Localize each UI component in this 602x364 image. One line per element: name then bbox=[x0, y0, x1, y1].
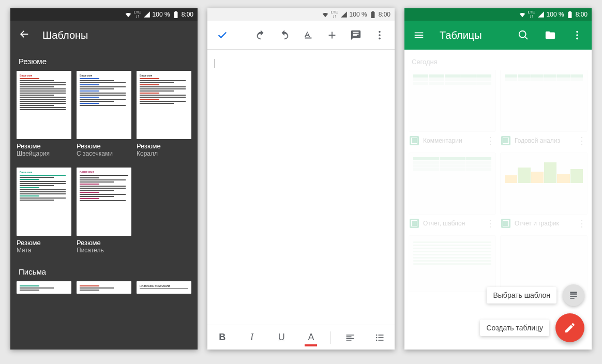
editor-toolbar-bottom: B I U A bbox=[207, 325, 395, 350]
template-subtitle: Коралл bbox=[137, 150, 191, 157]
fab-label-template: Выбрать шаблон bbox=[487, 287, 556, 304]
template-item[interactable]: Ваше имя Резюме Коралл bbox=[137, 71, 191, 157]
svg-point-6 bbox=[379, 37, 381, 39]
appbar: Шаблоны bbox=[10, 21, 198, 50]
underline-button[interactable]: U bbox=[271, 327, 292, 348]
battery-icon bbox=[566, 11, 574, 18]
wifi-icon bbox=[519, 11, 526, 18]
template-thumb: НАЗВАНИЕ КОМПАНИИ bbox=[137, 281, 191, 294]
text-format-icon[interactable] bbox=[296, 23, 320, 47]
create-fab[interactable] bbox=[555, 313, 584, 342]
battery-label: 100 % bbox=[547, 11, 564, 18]
template-icon[interactable] bbox=[563, 284, 584, 306]
svg-point-9 bbox=[376, 339, 378, 341]
template-thumb bbox=[77, 281, 131, 294]
template-subtitle: С засечками bbox=[77, 150, 131, 157]
section-resume-title: Резюме bbox=[19, 57, 189, 66]
svg-point-17 bbox=[576, 38, 578, 40]
templates-content: Резюме Ваше имя Резюме Швейцария Ваше им… bbox=[10, 50, 198, 298]
battery-label: 100 % bbox=[153, 11, 170, 18]
template-subtitle: Швейцария bbox=[17, 150, 71, 157]
signal-icon bbox=[537, 11, 545, 18]
svg-point-8 bbox=[376, 337, 378, 338]
appbar-title: Таблицы bbox=[440, 29, 507, 41]
battery-icon bbox=[369, 11, 377, 18]
status-bar: LTE↓↑ 100 % 8:00 bbox=[10, 8, 198, 21]
editor-toolbar-top bbox=[207, 21, 395, 50]
appbar-title: Шаблоны bbox=[42, 29, 88, 41]
list-button[interactable] bbox=[369, 327, 390, 348]
template-title: Резюме bbox=[77, 142, 131, 150]
more-vert-icon[interactable] bbox=[567, 25, 588, 46]
template-item[interactable] bbox=[17, 281, 71, 294]
plus-icon[interactable] bbox=[320, 23, 344, 47]
template-row: Ваше имя Резюме Швейцария Ваше имя Резюм… bbox=[17, 71, 191, 157]
back-icon[interactable] bbox=[19, 28, 30, 42]
signal-icon bbox=[340, 11, 348, 18]
template-title: Резюме bbox=[137, 142, 191, 150]
signal-icon bbox=[143, 11, 151, 18]
svg-rect-14 bbox=[569, 11, 571, 12]
template-thumb: Ваше имя bbox=[137, 71, 191, 139]
search-icon[interactable] bbox=[513, 25, 534, 46]
clock-label: 8:00 bbox=[379, 11, 390, 18]
template-item[interactable]: Ваше имя Резюме С засечками bbox=[77, 71, 131, 157]
appbar: Таблицы bbox=[404, 21, 592, 50]
svg-rect-10 bbox=[379, 335, 384, 336]
svg-rect-12 bbox=[379, 340, 384, 341]
status-bar: LTE↓↑ 100 % 8:00 bbox=[207, 8, 395, 21]
template-row: Ваше имя Резюме Мята ВАШЕ ИМЯ Резюме Пис… bbox=[17, 168, 191, 254]
hamburger-icon[interactable] bbox=[409, 25, 429, 46]
templates-screen: LTE↓↑ 100 % 8:00 Шаблоны Резюме Ваше имя… bbox=[10, 8, 198, 350]
template-item[interactable]: Ваше имя Резюме Мята bbox=[17, 168, 71, 254]
template-title: Резюме bbox=[77, 239, 131, 247]
template-thumb: ВАШЕ ИМЯ bbox=[77, 168, 131, 236]
template-row: НАЗВАНИЕ КОМПАНИИ bbox=[17, 281, 191, 294]
battery-label: 100 % bbox=[350, 11, 367, 18]
wifi-icon bbox=[125, 11, 132, 18]
svg-rect-1 bbox=[175, 11, 177, 12]
more-vert-icon[interactable] bbox=[368, 23, 392, 47]
bold-button[interactable]: B bbox=[212, 327, 233, 348]
wifi-icon bbox=[322, 11, 329, 18]
svg-point-15 bbox=[576, 31, 578, 33]
align-button[interactable] bbox=[340, 327, 360, 348]
fab-action-template[interactable]: Выбрать шаблон bbox=[487, 284, 584, 306]
document-canvas[interactable] bbox=[207, 50, 395, 325]
svg-rect-0 bbox=[174, 12, 177, 18]
accept-icon[interactable] bbox=[210, 23, 234, 47]
folder-icon[interactable] bbox=[540, 25, 561, 46]
template-item[interactable] bbox=[77, 281, 131, 294]
comment-icon[interactable] bbox=[344, 23, 368, 47]
template-title: Резюме bbox=[17, 239, 71, 247]
svg-rect-3 bbox=[372, 11, 374, 12]
template-subtitle: Писатель bbox=[77, 247, 131, 254]
battery-icon bbox=[172, 11, 179, 18]
undo-icon[interactable] bbox=[249, 23, 273, 47]
sheets-screen: LTE↓↑ 100 % 8:00 Таблицы Сегодня Коммент… bbox=[404, 8, 592, 350]
redo-icon[interactable] bbox=[273, 23, 296, 47]
doc-editor-screen: LTE↓↑ 100 % 8:00 B I U A bbox=[207, 8, 395, 350]
svg-point-16 bbox=[576, 34, 578, 36]
svg-rect-11 bbox=[379, 337, 384, 338]
status-bar: LTE↓↑ 100 % 8:00 bbox=[404, 8, 592, 21]
network-label: LTE↓↑ bbox=[134, 10, 141, 19]
text-cursor bbox=[215, 59, 215, 68]
text-color-button[interactable]: A bbox=[300, 327, 321, 348]
template-item[interactable]: ВАШЕ ИМЯ Резюме Писатель bbox=[77, 168, 131, 254]
template-thumb bbox=[17, 281, 71, 294]
sheets-body: Сегодня Комментарии ⋮ bbox=[404, 50, 592, 350]
template-item[interactable]: Ваше имя Резюме Швейцария bbox=[17, 71, 71, 157]
network-label: LTE↓↑ bbox=[528, 10, 535, 19]
template-item[interactable]: НАЗВАНИЕ КОМПАНИИ bbox=[137, 281, 191, 294]
template-thumb: Ваше имя bbox=[77, 71, 131, 139]
clock-label: 8:00 bbox=[182, 11, 193, 18]
fab-speed-dial: Выбрать шаблон Создать таблицу bbox=[480, 284, 584, 342]
fab-label-create: Создать таблицу bbox=[480, 320, 549, 336]
svg-rect-13 bbox=[568, 12, 571, 18]
svg-rect-2 bbox=[371, 12, 374, 18]
italic-button[interactable]: I bbox=[242, 327, 262, 348]
toolbar-divider bbox=[330, 331, 331, 344]
fab-action-create[interactable]: Создать таблицу bbox=[480, 313, 584, 342]
svg-point-5 bbox=[379, 34, 381, 36]
